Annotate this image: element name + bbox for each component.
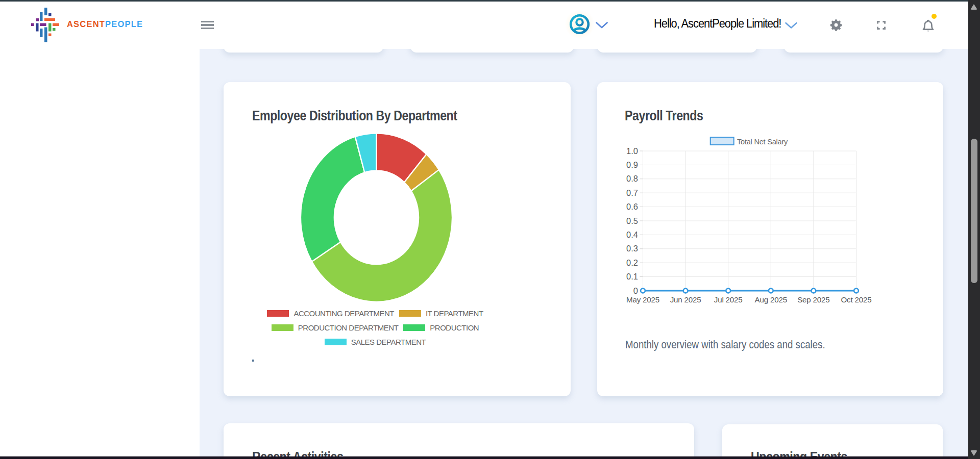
svg-text:0: 0 [633, 286, 638, 295]
svg-text:0.2: 0.2 [626, 258, 638, 267]
svg-text:Jun 2025: Jun 2025 [670, 295, 701, 304]
svg-text:0.3: 0.3 [626, 244, 638, 253]
svg-text:Jul 2025: Jul 2025 [714, 295, 743, 304]
svg-text:May 2025: May 2025 [626, 295, 659, 304]
svg-text:0.9: 0.9 [626, 160, 638, 169]
svg-text:Sep 2025: Sep 2025 [797, 295, 829, 304]
svg-text:0.8: 0.8 [626, 174, 638, 183]
svg-text:Total Net Salary: Total Net Salary [737, 138, 788, 146]
svg-text:0.7: 0.7 [626, 188, 638, 197]
svg-text:0.4: 0.4 [626, 230, 638, 239]
svg-text:Aug 2025: Aug 2025 [755, 295, 787, 304]
svg-text:0.5: 0.5 [626, 216, 638, 225]
svg-text:Oct 2025: Oct 2025 [841, 295, 871, 304]
svg-text:0.1: 0.1 [626, 272, 638, 281]
svg-text:0.6: 0.6 [626, 202, 638, 211]
svg-text:1.0: 1.0 [626, 146, 638, 156]
